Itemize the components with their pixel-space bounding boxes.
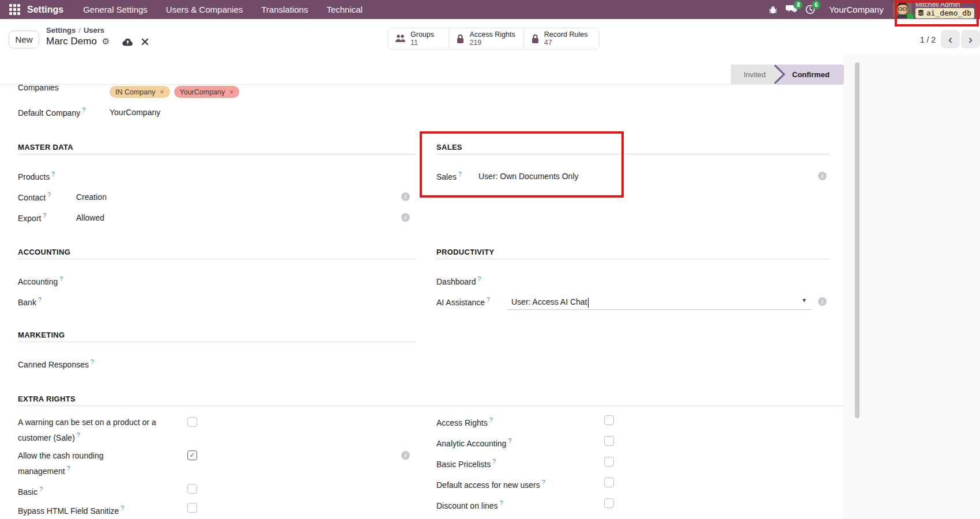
apps-grid-icon[interactable] — [9, 4, 20, 15]
checkbox-basic-pricelists[interactable] — [604, 457, 614, 467]
accounting-label: Accounting? — [18, 275, 63, 286]
breadcrumb-separator: / — [78, 26, 81, 35]
breadcrumb-users-link[interactable]: Users — [84, 26, 104, 35]
dashboard-label: Dashboard? — [436, 275, 481, 286]
app-name[interactable]: Settings — [27, 5, 63, 15]
checkbox-warning-product-customer[interactable] — [187, 417, 197, 427]
section-divider — [18, 342, 416, 342]
help-icon[interactable]: ? — [489, 416, 493, 423]
tag-remove-icon[interactable]: × — [160, 88, 164, 96]
company-switcher[interactable]: YourCompany — [829, 5, 884, 14]
help-icon[interactable]: ? — [458, 171, 462, 177]
help-icon[interactable]: ? — [492, 458, 496, 465]
warning-product-customer-label: A warning can be set on a product or a c… — [18, 416, 176, 444]
combobox-underline — [507, 309, 812, 310]
help-icon[interactable]: ? — [39, 486, 43, 493]
checkbox-cash-rounding[interactable]: ✓ — [187, 450, 197, 460]
export-value[interactable]: Allowed — [76, 213, 104, 222]
stat-label: Groups — [410, 31, 434, 39]
contact-value[interactable]: Creation — [76, 192, 107, 202]
stat-value: 11 — [410, 39, 434, 47]
section-accounting: ACCOUNTING — [18, 248, 70, 256]
help-icon[interactable]: ? — [91, 358, 94, 365]
checkbox-basic[interactable] — [187, 484, 197, 494]
pager-previous-button[interactable]: ‹ — [941, 30, 960, 48]
help-icon[interactable]: ? — [542, 479, 545, 486]
annotation-box-sales-section — [420, 131, 624, 198]
stat-value: 47 — [544, 39, 588, 47]
help-icon[interactable]: ? — [59, 275, 63, 282]
top-navbar: Settings General Settings Users & Compan… — [0, 0, 980, 19]
cash-rounding-label: Allow the cash rounding management? — [18, 449, 133, 478]
stat-button-record-rules[interactable]: Record Rules 47 — [523, 28, 599, 49]
section-divider — [436, 259, 830, 259]
info-icon[interactable]: i — [401, 213, 410, 222]
export-label: Export? — [18, 212, 46, 223]
help-icon[interactable]: ? — [43, 212, 46, 219]
default-company-value[interactable]: YourCompany — [110, 108, 160, 117]
menu-users-companies[interactable]: Users & Companies — [166, 5, 243, 14]
pager-next-button[interactable]: › — [961, 30, 980, 48]
checkbox-discount-on-lines[interactable] — [604, 498, 614, 508]
menu-translations[interactable]: Translations — [261, 5, 308, 14]
messages-icon[interactable]: 8 — [786, 5, 797, 14]
menu-general-settings[interactable]: General Settings — [83, 5, 148, 14]
checkbox-bypass-html-sanitize[interactable] — [187, 503, 197, 513]
company-tag-in-company[interactable]: IN Company × — [110, 86, 170, 98]
stat-button-access-rights[interactable]: Access Rights 219 — [448, 28, 523, 49]
database-icon — [918, 10, 924, 17]
menu-technical[interactable]: Technical — [326, 5, 363, 14]
products-label: Products? — [18, 171, 55, 181]
user-name: Mitchell Admin — [915, 1, 960, 7]
help-icon[interactable]: ? — [487, 296, 490, 303]
checkbox-analytic-accounting[interactable] — [604, 436, 614, 446]
stat-label: Access Rights — [469, 31, 515, 39]
info-icon[interactable]: i — [401, 451, 410, 460]
save-cloud-icon[interactable] — [122, 37, 133, 46]
discard-x-icon[interactable] — [141, 38, 149, 46]
company-tag-yourcompany[interactable]: YourCompany × — [174, 86, 240, 98]
companies-label-clipped: Companies — [18, 85, 59, 94]
help-icon[interactable]: ? — [508, 437, 511, 444]
activities-clock-icon[interactable]: 6 — [805, 5, 815, 14]
tag-label: IN Company — [115, 88, 155, 96]
user-avatar[interactable] — [893, 1, 912, 18]
ai-assistance-combobox[interactable]: User: Access AI Chat — [511, 297, 589, 308]
checkbox-access-rights[interactable] — [604, 415, 614, 425]
canned-responses-label: Canned Responses? — [18, 358, 94, 369]
stage-confirmed[interactable]: Confirmed — [776, 65, 844, 85]
basic-pricelists-label: Basic Pricelists? — [436, 458, 496, 469]
vertical-scrollbar[interactable] — [855, 62, 860, 418]
debug-bug-icon[interactable] — [768, 5, 778, 14]
lock-icon — [456, 34, 465, 44]
info-icon[interactable]: i — [401, 192, 410, 201]
dropdown-caret-icon[interactable]: ▾ — [802, 296, 806, 304]
sales-label: Sales? — [436, 171, 462, 181]
database-badge: ai_demo_db — [915, 8, 974, 18]
new-button[interactable]: New — [9, 31, 39, 48]
discount-on-lines-label: Discount on lines? — [436, 499, 503, 510]
actions-gear-icon[interactable]: ⚙ — [102, 36, 110, 47]
section-divider — [18, 406, 843, 406]
help-icon[interactable]: ? — [77, 431, 80, 438]
sales-value[interactable]: User: Own Documents Only — [478, 172, 579, 181]
checkbox-default-access-new-users[interactable] — [604, 478, 614, 487]
help-icon[interactable]: ? — [120, 505, 124, 512]
help-icon[interactable]: ? — [38, 296, 42, 303]
help-icon[interactable]: ? — [67, 465, 70, 472]
breadcrumb-settings-link[interactable]: Settings — [46, 26, 76, 35]
stat-value: 219 — [469, 39, 515, 47]
stat-button-groups[interactable]: Groups 11 — [388, 28, 448, 49]
section-divider — [436, 154, 830, 154]
section-marketing: MARKETING — [18, 331, 65, 339]
user-menu[interactable]: Mitchell Admin ai_demo_db — [915, 1, 974, 18]
bank-label: Bank? — [18, 296, 42, 307]
help-icon[interactable]: ? — [478, 275, 481, 282]
help-icon[interactable]: ? — [500, 499, 503, 506]
info-icon[interactable]: i — [818, 297, 827, 306]
tag-remove-icon[interactable]: × — [229, 88, 233, 96]
info-icon[interactable]: i — [818, 172, 827, 180]
help-icon[interactable]: ? — [51, 171, 55, 177]
help-icon[interactable]: ? — [82, 107, 85, 113]
help-icon[interactable]: ? — [47, 191, 51, 198]
